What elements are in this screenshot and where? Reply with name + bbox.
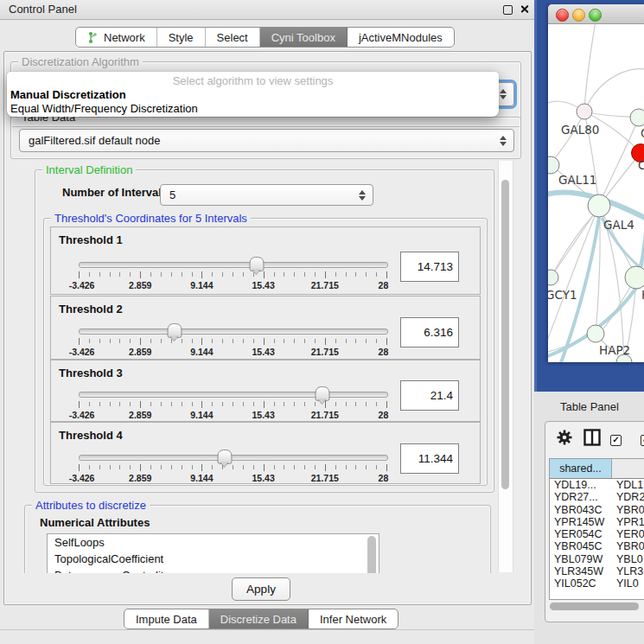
thresholds-group-title: Threshold's Coordinates for 5 Intervals [51,212,251,225]
close-icon[interactable] [520,4,529,14]
threshold-3-slider-thumb[interactable] [316,386,330,401]
dropdown-option-manual-discretization[interactable]: Manual Discretization [10,88,126,101]
number-of-intervals-label: Number of Intervals [62,186,168,199]
table-row[interactable]: YDR27...YDR2 [550,491,644,503]
threshold-1-panel: Threshold 1 -3.426 2.859 9.144 15.43 21.… [50,226,481,295]
table-row[interactable]: YDL19...YDL1 [550,479,644,491]
node-partial-right[interactable] [630,109,644,126]
checkbox-icon[interactable]: ✓ [641,435,644,446]
table-row[interactable]: YPR145WYPR1 [550,516,644,528]
gear-icon[interactable] [556,429,573,446]
table-panel-toolbar: ✓ ✓ [545,422,644,456]
table-horizontal-scrollbar-thumb[interactable] [550,603,639,610]
screen: Control Panel Network Style Select Cyni … [0,0,644,644]
tab-select[interactable]: Select [206,28,260,47]
table-row[interactable]: YER054CYER0 [550,528,644,540]
window-title: Control Panel [9,3,77,16]
threshold-2-slider-thumb[interactable] [168,323,182,338]
threshold-2-panel: Threshold 2 -3.426 2.859 9.144 15.43 21.… [50,296,481,360]
control-panel-titlebar: Control Panel [0,0,534,20]
table-panel-box: ✓ ✓ shared... n YDL19...YDL1 YDR27...YDR… [545,421,644,622]
list-item[interactable]: BetweennessCentrality [48,567,379,573]
node-label-partial-c: C [638,158,644,172]
tab-style[interactable]: Style [157,28,206,47]
network-view-window: GAL80 G C GAL11 GAL4 GCY1 H HAP2 [548,4,644,362]
table-row[interactable]: YBL079WYBL0 [550,553,644,565]
tab-jactivemnodules[interactable]: jActiveMNodules [348,28,454,47]
algorithm-dropdown-popup: Select algorithm to view settings Manual… [7,72,499,117]
tab-infer-network[interactable]: Infer Network [309,609,398,628]
list-item[interactable]: SelfLoops [48,534,379,551]
table-row[interactable]: YBR045CYBR0 [550,540,644,552]
threshold-2-value-field[interactable]: 6.316 [400,317,459,348]
table-row[interactable]: YLR345WYLR3 [550,565,644,577]
settings-scrollbar[interactable] [498,161,513,572]
minimize-traffic-light-icon[interactable] [572,9,585,22]
threshold-3-panel: Threshold 3 -3.426 2.859 9.144 15.43 21.… [50,360,481,422]
table-horizontal-scrollbar[interactable] [550,603,644,611]
tab-cyni-toolbox[interactable]: Cyni Toolbox [260,28,348,47]
network-icon [87,31,99,44]
columns-icon[interactable] [583,429,601,446]
dropdown-option-equal-width-frequency[interactable]: Equal Width/Frequency Discretization [10,102,198,115]
settings-scroll-viewport: Interval Definition Number of Intervals … [10,159,497,573]
threshold-2-label: Threshold 2 [59,303,123,316]
table-data-combobox[interactable]: galFiltered.sif default node [19,129,514,152]
list-scrollbar[interactable] [367,536,376,573]
threshold-1-ticks: -3.426 2.859 9.144 15.43 21.715 28 [79,272,386,277]
tab-discretize-data[interactable]: Discretize Data [209,609,309,628]
threshold-4-slider-thumb[interactable] [218,450,233,464]
threshold-4-slider[interactable] [79,455,388,461]
table-row[interactable]: YIL052CYIL0 [550,577,644,590]
zoom-traffic-light-icon[interactable] [589,9,602,22]
column-header-shared-name[interactable]: shared... [550,459,612,478]
table-data-selected-value: galFiltered.sif default node [29,134,160,147]
threshold-1-label: Threshold 1 [59,233,123,246]
table-row[interactable]: YBR043CYBR0 [550,504,644,516]
spinner-stepper-icon [359,190,366,201]
threshold-1-slider-thumb[interactable] [250,257,265,271]
network-window-titlebar [548,4,644,24]
node-gal80[interactable] [577,104,592,119]
number-of-intervals-spinner[interactable]: 5 [160,184,373,206]
window-bottom-edge [0,629,534,630]
threshold-4-value-field[interactable]: 11.344 [400,443,459,474]
threshold-3-slider[interactable] [79,392,388,398]
attributes-group-title: Attributes to discretize [32,499,150,512]
combo-stepper-icon [500,136,507,146]
checkbox-icon[interactable]: ✓ [610,435,622,446]
column-header-name[interactable]: n [612,459,644,478]
node-hap2[interactable] [587,325,604,342]
threshold-4-label: Threshold 4 [59,429,123,442]
threshold-2-ticks: -3.426 2.859 9.144 15.43 21.715 28 [79,339,386,343]
numerical-attributes-list[interactable]: SelfLoops TopologicalCoefficient Between… [47,533,379,573]
close-traffic-light-icon[interactable] [556,9,569,22]
node-gcy1[interactable] [548,270,558,285]
network-frame: GAL80 G C GAL11 GAL4 GCY1 H HAP2 [534,0,644,392]
tab-network[interactable]: Network [76,28,157,47]
threshold-2-slider[interactable] [79,328,388,335]
threshold-3-label: Threshold 3 [59,367,123,379]
network-graph: GAL80 G C GAL11 GAL4 GCY1 H HAP2 [548,24,644,362]
table-panel-title: Table Panel [560,400,619,413]
apply-button[interactable]: Apply [232,577,290,601]
threshold-1-value-field[interactable]: 14.713 [400,252,459,282]
float-window-icon[interactable] [503,5,513,15]
threshold-3-value-field[interactable]: 21.4 [400,380,459,411]
network-canvas[interactable]: GAL80 G C GAL11 GAL4 GCY1 H HAP2 [548,24,644,362]
node-gal4[interactable] [588,194,610,217]
numerical-attributes-label: Numerical Attributes [40,516,150,529]
node-attribute-table: shared... n YDL19...YDL1 YDR27...YDR2 YB… [549,458,644,600]
settings-scrollbar-thumb[interactable] [501,180,509,489]
node-label-gal4: GAL4 [603,218,634,232]
node-partial-h[interactable] [625,266,644,289]
tab-impute-data[interactable]: Impute Data [124,609,209,628]
threshold-1-slider[interactable] [79,262,388,268]
threshold-4-panel: Threshold 4 -3.426 2.859 9.144 15.43 21.… [50,422,481,484]
node-label-gcy1: GCY1 [548,288,577,302]
node-label-gal11: GAL11 [558,173,596,187]
number-of-intervals-value: 5 [169,188,175,201]
list-item[interactable]: TopologicalCoefficient [48,551,379,567]
threshold-3-ticks: -3.426 2.859 9.144 15.43 21.715 28 [79,402,386,406]
discretization-algorithm-group-title: Discretization Algorithm [18,55,143,68]
